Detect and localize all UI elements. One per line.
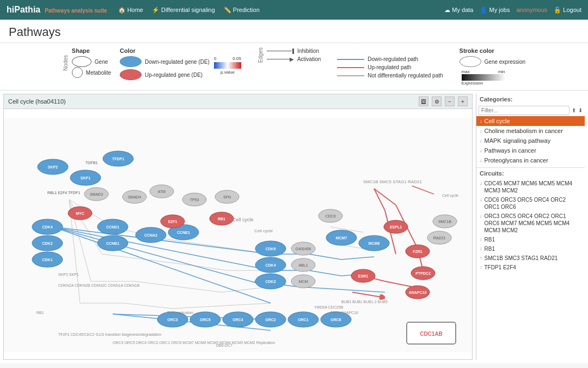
toolbar-zoom-out[interactable]: − [445, 96, 455, 106]
neutral-path-label: Not differentially regulated path [367, 73, 443, 79]
category-item-mapk[interactable]: ↓ MAPK signaling pathway [476, 136, 585, 146]
expr-scale-labels: max min [462, 69, 505, 74]
stroke-legend: Stroke color Gene expression max min Exp… [460, 47, 526, 86]
metabolite-shape-row: Metabolite [72, 67, 111, 78]
category-item-cell-cycle[interactable]: ↓ Cell cycle [476, 116, 585, 126]
up-regulated-icon [120, 69, 142, 80]
toolbar-settings[interactable]: ⚙ [432, 96, 442, 106]
svg-text:SMC1B SMC5 STAG1 RAD21: SMC1B SMC5 STAG1 RAD21 [363, 179, 422, 184]
svg-text:ATM: ATM [158, 190, 166, 194]
svg-text:CCNB1: CCNB1 [106, 242, 119, 245]
categories-section: Categories: ⬆ ⬇ ↓ Cell cycle ↓ Choline m… [476, 94, 585, 168]
filter-sort-asc-icon[interactable]: ⬆ [572, 107, 576, 113]
expr-min-label: min [498, 69, 505, 74]
down-regulated-icon [120, 56, 142, 67]
circuit-item[interactable]: ↓ CDC6 ORC3 ORC5 ORC4 ORC2 ORC1 ORC6 [476, 195, 585, 212]
nav-prediction[interactable]: ✏️ Prediction [224, 7, 260, 14]
svg-text:TGFB1: TGFB1 [85, 161, 98, 165]
stroke-gene-row: Gene expression [460, 56, 526, 67]
categories-list: ↓ Cell cycle ↓ Choline metabolism in can… [476, 116, 585, 165]
circuit-label: ORC3 ORC5 ORC4 ORC2 ORC1 ORC6 MCM7 MCM6 … [485, 213, 582, 234]
pathway-svg: CDC1AB SKP2 SKP1 TFDP1 CDK4 CDK2 CDK1 CC… [4, 109, 472, 360]
page-title-area: Pathways [0, 20, 588, 43]
activation-label: Activation [297, 56, 321, 62]
circuit-item[interactable]: ↓ CDC45 MCM7 MCM6 MCM5 MCM4 MCM3 MCM2 [476, 179, 585, 195]
username: anonymous [516, 7, 547, 13]
category-item-proteoglycans[interactable]: ↓ Proteoglycans in cancer [476, 155, 585, 165]
nav-home[interactable]: 🏠 Home [118, 7, 143, 14]
toolbar-zoom-in[interactable]: + [458, 96, 468, 106]
circuit-label: CDC6 ORC3 ORC5 ORC4 ORC2 ORC1 ORC6 [485, 196, 582, 210]
svg-text:DNA replication: DNA replication [167, 311, 193, 315]
svg-text:MCM7: MCM7 [336, 236, 347, 240]
down-regulated-label: Down-regulated gene (DE) [145, 59, 210, 65]
category-item-choline[interactable]: ↓ Choline metabolism in cancer [476, 126, 585, 136]
category-label: Cell cycle [485, 118, 510, 124]
expr-max-label: max [462, 69, 470, 74]
gene-shape-row: Gene [72, 56, 111, 67]
svg-text:ORC2: ORC2 [265, 318, 276, 322]
nav-mydata[interactable]: ☁ My data [444, 7, 473, 14]
up-path-icon [337, 67, 364, 68]
svg-text:BUB1 BUB1 BUB1.2 BUB5: BUB1 BUB1 BUB1.2 BUB5 [341, 300, 388, 304]
inhibition-row: Inhibition [267, 48, 321, 54]
svg-text:SKP2 SKP1: SKP2 SKP1 [58, 273, 79, 276]
svg-text:SFN: SFN [223, 195, 231, 199]
pvalue-label: p.value [220, 70, 235, 75]
circuits-section: Circuits: ↓ CDC45 MCM7 MCM6 MCM5 MCM4 MC… [476, 168, 585, 360]
pathway-canvas[interactable]: CDC1AB SKP2 SKP1 TFDP1 CDK4 CDK2 CDK1 CC… [4, 109, 472, 360]
filter-sort-desc-icon[interactable]: ⬇ [578, 107, 583, 113]
expr-label: Expression [462, 81, 526, 86]
gene-shape-icon [72, 56, 91, 67]
nav-differential[interactable]: ⚡ Differential signaling [152, 7, 215, 14]
circuit-item[interactable]: ↑ SMC1B SMC3 STAG1 RAD21 [476, 254, 585, 263]
circuit-item[interactable]: ↕ RB1 [476, 244, 585, 254]
svg-text:SMC1B: SMC1B [438, 220, 451, 224]
svg-text:TP53: TP53 [190, 198, 199, 202]
pvalue-max: 0 [214, 56, 216, 61]
circuit-arrow: ↕ [480, 237, 482, 243]
circuit-arrow: ↓ [480, 180, 482, 187]
svg-text:MCM6: MCM6 [369, 242, 380, 245]
circuit-label: CDC45 MCM7 MCM6 MCM5 MCM4 MCM3 MCM2 [485, 180, 582, 194]
circuit-item[interactable]: ↕ RB1 [476, 235, 585, 244]
toolbar-screenshot[interactable]: 🖼 [419, 96, 428, 106]
category-arrow: ↓ [480, 158, 482, 163]
metabolite-shape-icon [72, 67, 83, 78]
svg-text:CDK4: CDK4 [265, 263, 275, 267]
svg-text:CDC6: CDC6 [325, 214, 335, 218]
activation-row: ▶ Activation [267, 56, 321, 62]
svg-text:RBL1 E2F4 TFDP1: RBL1 E2F4 TFDP1 [47, 191, 80, 195]
up-path-label: Up-regulated path [367, 64, 411, 70]
up-path-row: Up-regulated path [337, 64, 443, 70]
categories-title: Categories: [476, 94, 585, 105]
right-panel: Categories: ⬆ ⬇ ↓ Cell cycle ↓ Choline m… [476, 94, 585, 360]
svg-text:Cell cycle: Cell cycle [232, 217, 254, 222]
category-item-pathways-cancer[interactable]: ↓ Pathways in cancer [476, 146, 585, 155]
svg-text:CDK2: CDK2 [265, 280, 275, 283]
svg-text:ORC3 ORC5 ORC4 ORC2 ORC1 ORC6 : ORC3 ORC5 ORC4 ORC2 ORC1 ORC6 MCM7 MCM6 … [113, 341, 275, 345]
svg-text:FZR1: FZR1 [413, 250, 422, 254]
circuit-label: RB1 [485, 245, 495, 252]
down-path-row: Down-regulated path [337, 56, 443, 62]
svg-text:ORC1: ORC1 [298, 318, 309, 322]
category-arrow: ↓ [480, 148, 482, 153]
svg-text:MYC: MYC [76, 212, 84, 215]
circuit-label: TFDP1 E2F4 [485, 264, 516, 271]
edges-legend: Edges Inhibition ▶ Activation [258, 47, 321, 63]
circuit-item[interactable]: ↓ ORC3 ORC5 ORC4 ORC2 ORC1 ORC6 MCM7 MCM… [476, 212, 585, 235]
up-regulated-label: Up-regulated gene (DE) [145, 72, 203, 78]
circuit-label: SMC1B SMC3 STAG1 RAD21 [485, 255, 558, 262]
filter-input[interactable] [479, 106, 569, 115]
circuit-item[interactable]: ↕ TFDP1 E2F4 [476, 263, 585, 272]
legend-area: Nodes Shape Gene Metabolite Color [0, 43, 588, 91]
svg-text:SMAD4: SMAD4 [128, 195, 141, 199]
svg-text:CCND1: CCND1 [106, 225, 119, 229]
svg-text:ORC4: ORC4 [232, 318, 243, 322]
circuit-arrow: ↕ [480, 246, 482, 252]
svg-text:RAD21: RAD21 [433, 236, 446, 240]
stroke-gene-icon [460, 56, 481, 67]
nav-myjobs[interactable]: 👤 My jobs [480, 7, 510, 14]
nav-logout[interactable]: 🔓 Logout [554, 7, 581, 14]
svg-text:SMAD3: SMAD3 [90, 192, 103, 196]
